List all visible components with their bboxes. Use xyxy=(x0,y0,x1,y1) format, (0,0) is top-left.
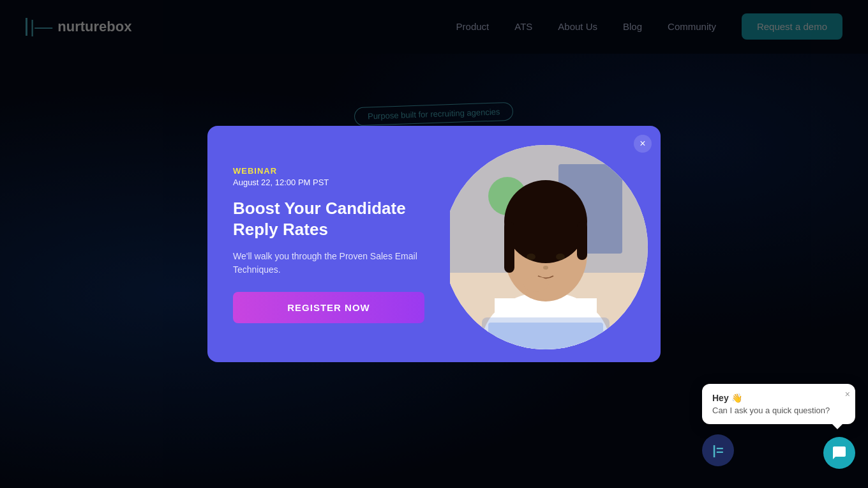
chat-open-button[interactable] xyxy=(823,437,855,469)
chat-greeting: Hey 👋 xyxy=(712,393,845,403)
modal-description: We'll walk you through the Proven Sales … xyxy=(233,250,424,277)
modal-content-left: WEBINAR August 22, 12:00 PM PST Boost Yo… xyxy=(207,126,450,362)
chat-widget: × Hey 👋 Can I ask you a quick question? … xyxy=(702,384,855,469)
svg-point-14 xyxy=(523,277,549,292)
chat-icon xyxy=(832,445,847,461)
svg-point-12 xyxy=(556,254,565,260)
modal-tag: WEBINAR xyxy=(233,166,277,176)
register-now-button[interactable]: REGISTER NOW xyxy=(233,292,424,323)
modal-image-area xyxy=(450,126,661,362)
person-illustration xyxy=(450,145,648,349)
modal-date: August 22, 12:00 PM PST xyxy=(233,178,329,187)
modal-title: Boost Your Candidate Reply Rates xyxy=(233,198,424,240)
chat-question: Can I ask you a quick question? xyxy=(712,406,845,415)
svg-rect-9 xyxy=(504,222,514,273)
modal-photo-circle xyxy=(450,145,648,349)
webinar-modal: WEBINAR August 22, 12:00 PM PST Boost Yo… xyxy=(207,126,661,362)
svg-rect-10 xyxy=(577,222,587,260)
svg-point-8 xyxy=(504,180,587,263)
chat-logo-icon[interactable]: |= xyxy=(702,434,734,466)
svg-point-13 xyxy=(543,266,548,270)
chat-bubble-arrow xyxy=(832,424,842,429)
chat-logo-symbol: |= xyxy=(712,443,723,458)
chat-bubble: × Hey 👋 Can I ask you a quick question? xyxy=(702,384,855,424)
svg-rect-16 xyxy=(488,323,603,349)
svg-point-11 xyxy=(527,254,535,260)
modal-close-button[interactable]: × xyxy=(634,135,652,153)
chat-close-button[interactable]: × xyxy=(845,389,850,399)
